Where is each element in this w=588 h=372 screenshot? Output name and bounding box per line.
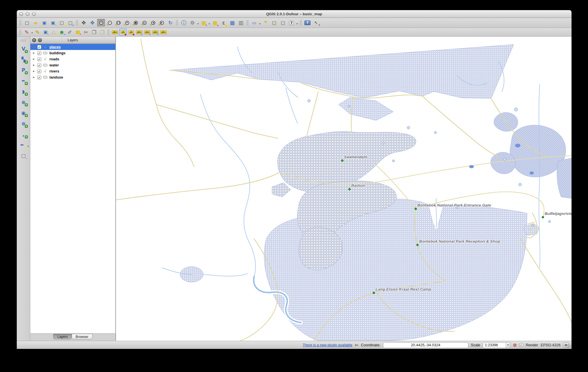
add-wms-layer-button[interactable]: ⊕+ (19, 98, 28, 106)
layer-visibility-checkbox[interactable]: ✓ (37, 63, 41, 67)
save-project-button[interactable]: ▣ (40, 19, 48, 27)
field-calculator-button[interactable]: ▥ (237, 19, 245, 27)
new-project-button[interactable]: □ (23, 19, 31, 27)
new-shapefile-layer-button[interactable]: ✒✱▾ (18, 141, 27, 149)
layer-item-buildings[interactable]: ▶✓buildings (30, 50, 115, 56)
expand-triangle-icon[interactable]: ▶ (33, 52, 36, 54)
whats-this-button[interactable]: ↖? (312, 19, 320, 27)
add-raster-layer-button[interactable]: ▚+ (19, 55, 28, 64)
coordinate-input[interactable] (383, 342, 468, 348)
help-contents-button[interactable]: ? (304, 19, 311, 27)
map-canvas[interactable]: SwellendamRailtonBontebok National Park … (116, 37, 572, 341)
zoom-out-button[interactable]: − (106, 19, 114, 27)
chevron-down-icon[interactable]: ▾ (32, 31, 33, 34)
add-feature-button[interactable]: ∴✱ (50, 29, 57, 36)
show-bookmarks-button[interactable]: □ (279, 19, 287, 27)
open-project-button[interactable]: ▰ (32, 19, 40, 27)
move-feature-button[interactable]: ●➜ (58, 29, 65, 36)
identify-features-button[interactable]: ⓘ (180, 19, 188, 27)
expand-triangle-icon[interactable]: ▶ (33, 46, 36, 48)
layer-labeling-options-button[interactable]: abc (111, 29, 119, 36)
add-delimited-text-layer-button[interactable]: ,+ (19, 130, 28, 138)
select-features-button[interactable]: ■↖▾ (200, 19, 208, 27)
layer-item-landuse[interactable]: ▶✓landuse (30, 74, 115, 80)
zoom-in-button[interactable]: + (97, 19, 105, 27)
change-label-button[interactable]: abc✎ (160, 29, 167, 36)
measure-line-button[interactable]: ▭▾ (250, 19, 258, 27)
map-tips-button[interactable]: ❝ (262, 19, 269, 27)
remove-layer-button[interactable]: □− (19, 152, 28, 160)
layer-visibility-checkbox[interactable]: ✓ (37, 69, 41, 73)
new-bookmark-button[interactable]: □✱ (270, 19, 278, 27)
layer-item-roads[interactable]: ▶✓√roads (30, 56, 115, 62)
plugin-available-link[interactable]: There is a new plugin available (303, 343, 352, 347)
save-project-as-button[interactable]: ▣✎ (49, 19, 57, 27)
zoom-to-selection-button[interactable]: ■ (132, 19, 140, 27)
zoom-window-button[interactable] (32, 12, 36, 16)
select-by-expression-button[interactable]: ε■ (220, 19, 228, 27)
delete-selected-button[interactable]: ■✗ (74, 29, 82, 36)
add-wcs-layer-button[interactable]: ◉+ (19, 109, 28, 117)
layer-visibility-checkbox[interactable]: ✓ (37, 57, 41, 61)
toggle-editing-button[interactable]: ✎ (34, 29, 41, 36)
rotate-label-button[interactable]: abc↻ (152, 29, 159, 36)
chevron-down-icon[interactable]: ▾ (27, 145, 29, 148)
add-postgis-layer-button[interactable]: P+ (19, 66, 28, 74)
pan-map-button[interactable]: ✥ (80, 19, 88, 27)
new-print-composer-button[interactable]: □✱ (58, 19, 66, 27)
chevron-down-icon[interactable]: ▾ (297, 23, 298, 25)
scale-combobox[interactable]: 1:23396 ▼ (483, 342, 510, 348)
show-hide-labels-button[interactable]: abc⊙ (136, 29, 143, 36)
layer-item-places[interactable]: ▶✓∴places (30, 44, 115, 50)
add-wfs-layer-button[interactable]: ⊚+ (19, 120, 28, 128)
dock-tab-layers[interactable]: Layers (53, 334, 71, 339)
cut-features-button[interactable]: ✂ (82, 29, 90, 36)
copy-features-button[interactable]: ❐ (90, 29, 98, 36)
resize-grip[interactable] (567, 344, 571, 348)
chevron-down-icon[interactable]: ▼ (506, 343, 510, 348)
add-mssql-layer-button[interactable]: ◗+ (19, 88, 28, 96)
layer-item-rivers[interactable]: ▶✓√rivers (30, 68, 115, 74)
expand-triangle-icon[interactable]: ▶ (33, 64, 36, 66)
dock-tab-browser[interactable]: Browser (72, 334, 93, 339)
open-attribute-table-button[interactable]: ▦ (228, 19, 236, 27)
expand-triangle-icon[interactable]: ▶ (33, 76, 36, 79)
zoom-native-button[interactable]: 1:1 (114, 19, 122, 27)
highlight-pinned-labels-button[interactable]: ab● (127, 29, 135, 36)
deselect-features-button[interactable]: ■⊘ (211, 19, 219, 27)
title-bar[interactable]: QGIS 2.0.1-Dufour – basic_map (17, 10, 572, 18)
add-vector-layer-button[interactable]: V+ (19, 45, 28, 53)
chevron-down-icon[interactable]: ▾ (259, 23, 260, 25)
text-annotation-button[interactable]: T▾ (288, 19, 295, 27)
paste-features-button[interactable]: ❒ (99, 29, 106, 36)
zoom-next-button[interactable]: ▶ (158, 19, 166, 27)
add-spatialite-layer-button[interactable]: ✒+ (19, 77, 28, 85)
zoom-last-button[interactable]: ◀ (149, 19, 157, 27)
layer-visibility-checkbox[interactable]: ✓ (37, 75, 41, 79)
chevron-down-icon[interactable]: ▾ (209, 23, 210, 25)
add-delimited-text-layer-icon: , (23, 132, 24, 137)
run-feature-action-button[interactable]: ⚙▾ (188, 19, 196, 27)
qgis-window: QGIS 2.0.1-Dufour – basic_map □▰▣▣✎□✱□⚙✥… (17, 10, 572, 349)
expand-triangle-icon[interactable]: ▶ (33, 70, 36, 72)
zoom-to-layer-button[interactable]: ▤ (140, 19, 148, 27)
render-checkbox[interactable]: ✓ (519, 343, 523, 347)
layer-visibility-checkbox[interactable]: ✓ (37, 45, 41, 49)
save-layer-edits-button[interactable]: ▣✎ (42, 29, 49, 36)
stop-render-icon[interactable]: ⊘ (513, 342, 517, 348)
expand-triangle-icon[interactable]: ▶ (33, 58, 36, 60)
move-label-button[interactable]: abc➜ (144, 29, 151, 36)
layer-visibility-checkbox[interactable]: ✓ (37, 51, 41, 55)
layer-name: places (49, 45, 61, 49)
current-edits-button[interactable]: ✎▾ (23, 29, 30, 36)
node-tool-button[interactable]: ✐ (66, 29, 73, 36)
pan-to-selection-button[interactable]: ✥ (88, 19, 96, 27)
composer-manager-button[interactable]: □⚙ (66, 19, 74, 27)
chevron-down-icon[interactable]: ▾ (197, 23, 199, 25)
zoom-full-button[interactable]: ❖ (123, 19, 131, 27)
pin-labels-button[interactable]: ab● (119, 29, 127, 36)
layer-item-water[interactable]: ▶✓water (30, 62, 115, 68)
refresh-map-button[interactable]: ↻ (167, 19, 174, 27)
minimize-window-button[interactable] (26, 12, 29, 16)
close-window-button[interactable] (19, 12, 23, 16)
